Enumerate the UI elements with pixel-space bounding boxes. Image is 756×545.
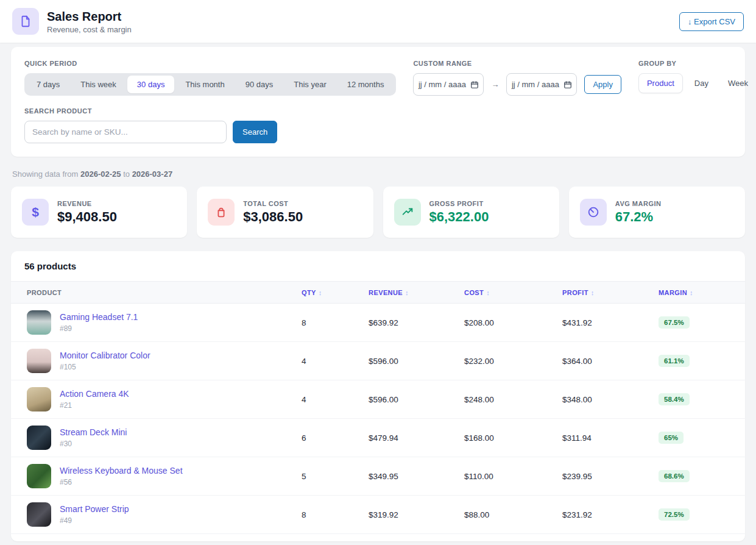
revenue-cell: $319.92 xyxy=(369,510,464,519)
group-by-day-button[interactable]: Day xyxy=(687,74,716,93)
profit-cell: $348.00 xyxy=(562,395,659,404)
margin-badge: 72.5% xyxy=(659,508,690,521)
stat-value: $6,322.00 xyxy=(429,209,489,225)
period-this-month-button[interactable]: This month xyxy=(175,76,234,93)
custom-range-group: CUSTOM RANGE jj / mm / aaaa → jj / mm / … xyxy=(413,60,621,96)
quick-period-group: QUICK PERIOD 7 days This week 30 days Th… xyxy=(24,60,396,96)
summary-end-date: 2026-03-27 xyxy=(132,169,173,179)
column-header-cost[interactable]: COST ↕ xyxy=(464,289,562,296)
qty-cell: 8 xyxy=(302,318,369,327)
start-date-input[interactable]: jj / mm / aaaa xyxy=(413,73,484,96)
margin-badge: 61.1% xyxy=(659,355,690,367)
product-name-link[interactable]: Smart Power Strip xyxy=(60,504,129,515)
margin-badge: 68.6% xyxy=(659,470,690,482)
products-table-card: 56 products PRODUCT QTY ↕ REVENUE ↕ COST… xyxy=(11,251,745,541)
start-date-placeholder: jj / mm / aaaa xyxy=(419,80,466,89)
qty-cell: 6 xyxy=(302,433,369,443)
stat-card-gross-profit: GROSS PROFIT $6,322.00 xyxy=(383,187,559,238)
stat-label: AVG MARGIN xyxy=(615,200,662,207)
column-label: REVENUE xyxy=(369,289,403,296)
stat-label: GROSS PROFIT xyxy=(429,200,489,207)
search-input[interactable] xyxy=(24,121,227,143)
period-7-days-button[interactable]: 7 days xyxy=(27,76,69,93)
search-product-label: SEARCH PRODUCT xyxy=(24,107,732,115)
column-label: COST xyxy=(464,289,484,296)
product-thumbnail xyxy=(27,387,51,411)
quick-period-label: QUICK PERIOD xyxy=(24,60,396,67)
product-sku: #21 xyxy=(60,401,129,410)
product-sku: #89 xyxy=(60,324,138,333)
sort-icon: ↕ xyxy=(690,289,693,296)
group-by-week-button[interactable]: Week xyxy=(720,74,756,93)
group-by-product-button[interactable]: Product xyxy=(638,73,683,93)
product-thumbnail xyxy=(27,502,51,527)
product-thumbnail xyxy=(27,310,51,335)
cost-cell: $248.00 xyxy=(464,395,562,404)
product-name-link[interactable]: Wireless Keyboard & Mouse Set xyxy=(60,466,183,477)
product-name-link[interactable]: Gaming Headset 7.1 xyxy=(60,312,138,323)
table-row: Smart Power Strip #49 8 $319.92 $88.00 $… xyxy=(11,496,745,534)
next-row-partial xyxy=(11,534,745,541)
product-name-link[interactable]: Stream Deck Mini xyxy=(60,427,127,438)
apply-button[interactable]: Apply xyxy=(584,75,621,94)
group-by-options: Product Day Week Month xyxy=(638,73,756,93)
table-row: Monitor Calibrator Color #105 4 $596.00 … xyxy=(11,342,745,380)
profit-cell: $231.92 xyxy=(562,510,659,519)
calendar-icon xyxy=(563,80,572,89)
product-sku: #30 xyxy=(60,440,127,448)
column-label: PROFIT xyxy=(562,289,588,296)
product-thumbnail xyxy=(27,426,51,450)
group-by-label: GROUP BY xyxy=(638,60,756,67)
stat-card-avg-margin: AVG MARGIN 67.2% xyxy=(569,187,745,238)
trend-up-icon xyxy=(394,199,421,226)
product-name-link[interactable]: Monitor Calibrator Color xyxy=(60,351,150,362)
profit-cell: $311.94 xyxy=(562,433,659,443)
column-label: MARGIN xyxy=(659,289,687,296)
date-range-summary: Showing data from 2026-02-25 to 2026-03-… xyxy=(12,169,745,179)
qty-cell: 8 xyxy=(302,510,369,519)
profit-cell: $431.92 xyxy=(562,318,659,327)
end-date-placeholder: jj / mm / aaaa xyxy=(512,80,559,89)
sort-icon: ↕ xyxy=(486,289,490,296)
export-csv-button[interactable]: ↓ Export CSV xyxy=(679,12,744,31)
product-sku: #49 xyxy=(60,516,129,525)
table-header-row: PRODUCT QTY ↕ REVENUE ↕ COST ↕ PROFIT ↕ xyxy=(11,281,745,304)
qty-cell: 5 xyxy=(302,472,369,481)
group-by-group: GROUP BY Product Day Week Month xyxy=(638,60,756,96)
table-row: Stream Deck Mini #30 6 $479.94 $168.00 $… xyxy=(11,419,745,457)
stat-label: TOTAL COST xyxy=(243,200,303,207)
stat-cards: $ REVENUE $9,408.50 TOTAL COST $3,086.50 xyxy=(11,187,745,238)
column-header-qty[interactable]: QTY ↕ xyxy=(302,289,369,296)
product-sku: #56 xyxy=(60,478,183,486)
column-header-margin[interactable]: MARGIN ↕ xyxy=(659,289,745,296)
stat-card-total-cost: TOTAL COST $3,086.50 xyxy=(197,187,373,238)
period-this-year-button[interactable]: This year xyxy=(284,76,336,93)
summary-start-date: 2026-02-25 xyxy=(80,169,121,179)
margin-badge: 58.4% xyxy=(659,393,690,405)
calendar-icon xyxy=(470,80,479,89)
margin-badge: 67.5% xyxy=(659,316,690,329)
stat-label: REVENUE xyxy=(57,200,117,207)
profit-cell: $364.00 xyxy=(562,357,659,366)
period-12-months-button[interactable]: 12 months xyxy=(337,76,394,93)
revenue-cell: $349.95 xyxy=(369,472,464,481)
cost-cell: $168.00 xyxy=(464,433,562,443)
dollar-icon: $ xyxy=(22,199,49,226)
page-title: Sales Report xyxy=(47,9,132,24)
title-block: Sales Report Revenue, cost & margin xyxy=(47,9,132,34)
revenue-cell: $596.00 xyxy=(369,395,464,404)
end-date-input[interactable]: jj / mm / aaaa xyxy=(506,73,577,96)
column-label: QTY xyxy=(302,289,316,296)
period-30-days-button[interactable]: 30 days xyxy=(127,76,175,93)
product-name-link[interactable]: Action Camera 4K xyxy=(60,389,129,400)
period-this-week-button[interactable]: This week xyxy=(71,76,126,93)
stat-value: 67.2% xyxy=(615,209,662,225)
quick-period-segmented-control: 7 days This week 30 days This month 90 d… xyxy=(24,73,396,96)
column-header-profit[interactable]: PROFIT ↕ xyxy=(562,289,659,296)
cost-cell: $208.00 xyxy=(464,318,562,327)
period-90-days-button[interactable]: 90 days xyxy=(236,76,283,93)
product-sku: #105 xyxy=(60,363,150,371)
table-row: Wireless Keyboard & Mouse Set #56 5 $349… xyxy=(11,457,745,496)
column-header-revenue[interactable]: REVENUE ↕ xyxy=(369,289,464,296)
search-button[interactable]: Search xyxy=(233,121,277,143)
